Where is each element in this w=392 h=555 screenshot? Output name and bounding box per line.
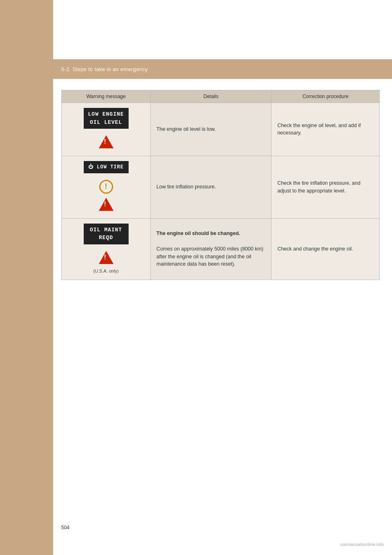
warning-display-1: LOW ENGINEOIL LEVEL <box>84 108 129 129</box>
circle-excl-icon: ! <box>99 180 113 196</box>
content-area: Warning message Details Correction proce… <box>61 90 380 280</box>
warning-cell-2: ⏻ LOW TIRE ! <box>62 156 151 218</box>
usa-only-label: (U.S.A. only) <box>93 268 118 275</box>
col-header-details: Details <box>151 90 272 103</box>
warning-cell-3: OIL MAINTREQD (U.S.A. only) <box>62 218 151 280</box>
details-cell-2: Low tire inflation pressure. <box>151 156 272 218</box>
correction-text-3: Check and change the engine oil. <box>277 246 353 252</box>
left-sidebar <box>0 0 53 555</box>
correction-text-2: Check the tire inflation pressure, and a… <box>277 180 361 194</box>
warning-cell-1: LOW ENGINEOIL LEVEL <box>62 103 151 156</box>
correction-text-1: Check the engine oil level, and add if n… <box>277 123 361 136</box>
warning-display-2: ⏻ LOW TIRE <box>84 161 129 173</box>
correction-cell-2: Check the tire inflation pressure, and a… <box>272 156 380 218</box>
details-text-3-line1: The engine oil should be changed. <box>156 231 240 236</box>
correction-cell-3: Check and change the engine oil. <box>272 218 380 280</box>
header-title: 5-2. Steps to take in an emergency <box>61 66 148 72</box>
warning-table: Warning message Details Correction proce… <box>61 90 380 280</box>
watermark: carmanualsonline.info <box>340 542 384 547</box>
details-text-2: Low tire inflation pressure. <box>156 184 216 190</box>
details-cell-1: The engine oil level is low. <box>151 103 272 156</box>
triangle-icon-1 <box>99 135 114 151</box>
warning-display-3: OIL MAINTREQD <box>84 224 129 244</box>
details-text-1: The engine oil level is low. <box>156 126 216 132</box>
page-number: 504 <box>61 525 69 530</box>
triangle-icon-2 <box>99 198 114 213</box>
table-row: OIL MAINTREQD (U.S.A. only) The engine o… <box>62 218 380 280</box>
col-header-correction: Correction procedure <box>272 90 380 103</box>
col-header-warning: Warning message <box>62 90 151 103</box>
details-cell-3: The engine oil should be changed. Comes … <box>151 218 272 280</box>
header-bar: 5-2. Steps to take in an emergency <box>53 59 392 79</box>
details-text-3-line2: Comes on approximately 5000 miles (8000 … <box>156 246 263 267</box>
correction-cell-1: Check the engine oil level, and add if n… <box>272 103 380 156</box>
table-row: ⏻ LOW TIRE ! Low tire inflation pressure… <box>62 156 380 218</box>
table-row: LOW ENGINEOIL LEVEL The engine oil level… <box>62 103 380 156</box>
triangle-icon-3 <box>99 251 114 266</box>
